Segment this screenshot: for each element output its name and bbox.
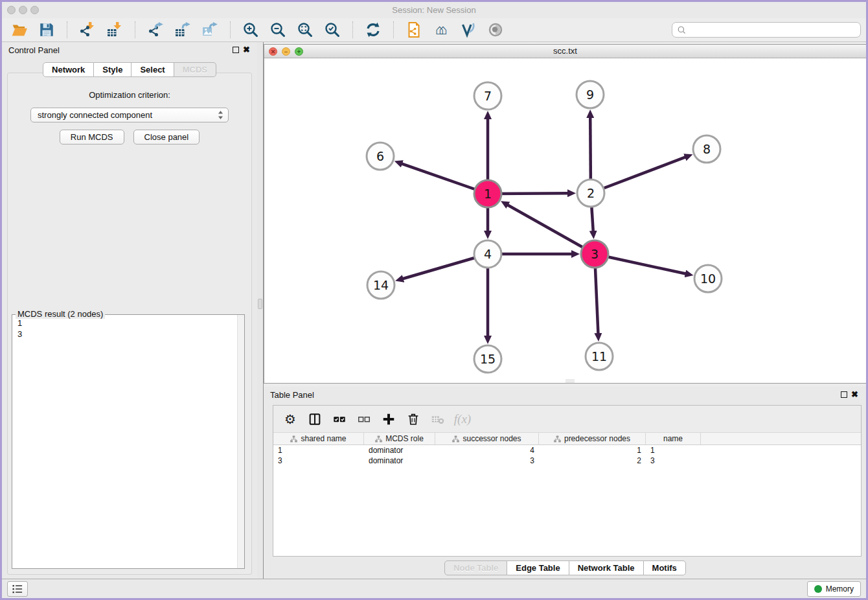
- node-10[interactable]: 10: [694, 265, 722, 292]
- window-title: Session: New Session: [2, 2, 866, 18]
- save-session-icon: [38, 21, 55, 38]
- column-header-predecessor-nodes[interactable]: predecessor nodes: [539, 433, 646, 444]
- network-window: ✕ − + scc.txt 7968124314101511: [264, 44, 867, 384]
- export-network-button[interactable]: [144, 20, 167, 40]
- zoom-fit-button[interactable]: [293, 20, 317, 40]
- divider-grip[interactable]: [258, 299, 262, 309]
- delete-table-button[interactable]: [403, 410, 424, 428]
- open-session-icon: [11, 21, 28, 38]
- column-header-successor-nodes[interactable]: successor nodes: [435, 433, 539, 444]
- node-1[interactable]: 1: [474, 180, 501, 207]
- toolbar-separator: [67, 21, 67, 38]
- memory-button[interactable]: Memory: [807, 581, 861, 597]
- control-panel-header: Control Panel ✖: [2, 42, 257, 59]
- new-network-from-selection-button[interactable]: [402, 20, 426, 40]
- tab-label: Select: [140, 65, 165, 75]
- tab-mcds[interactable]: MCDS: [174, 62, 216, 77]
- node-4[interactable]: 4: [474, 240, 501, 268]
- table-row[interactable]: 3dominator323: [273, 456, 861, 466]
- show-columns-button[interactable]: [304, 410, 325, 428]
- column-header-mcds-role[interactable]: MCDS role: [364, 433, 435, 444]
- minimize-network-button[interactable]: −: [282, 47, 290, 56]
- cell: 1: [273, 445, 364, 456]
- close-window-button[interactable]: [7, 6, 16, 14]
- zoom-in-button[interactable]: [239, 20, 262, 40]
- node-7[interactable]: 7: [474, 82, 501, 110]
- column-header-name[interactable]: name: [646, 433, 701, 444]
- import-network-icon: [79, 21, 96, 38]
- import-table-button[interactable]: [103, 20, 126, 40]
- table-row[interactable]: 1dominator411: [273, 445, 861, 456]
- mcds-result-text[interactable]: 13: [12, 315, 244, 342]
- result-line: 3: [17, 329, 239, 340]
- show-graphics-details-button[interactable]: [484, 20, 507, 40]
- node-table: ⚙f(x) shared nameMCDS rolesuccessor node…: [273, 405, 862, 557]
- zoom-out-button[interactable]: [266, 20, 290, 40]
- tab-motifs[interactable]: Motifs: [644, 560, 686, 575]
- save-session-button[interactable]: [35, 20, 58, 40]
- open-session-button[interactable]: [8, 20, 31, 40]
- cell: 1: [539, 445, 646, 456]
- node-15[interactable]: 15: [474, 345, 501, 373]
- tab-select[interactable]: Select: [131, 62, 174, 77]
- criterion-select[interactable]: strongly connected component: [30, 108, 229, 122]
- result-scrollbar[interactable]: [237, 315, 244, 568]
- node-14[interactable]: 14: [367, 271, 394, 299]
- gear-button[interactable]: ⚙: [280, 410, 301, 428]
- network-window-controls: ✕ − +: [269, 47, 303, 56]
- float-panel-icon[interactable]: [233, 47, 239, 53]
- tab-network[interactable]: Network: [43, 62, 94, 77]
- export-image-button[interactable]: [198, 20, 222, 40]
- home-button[interactable]: ⌂⌂: [429, 20, 453, 40]
- toolbar-separator: [135, 21, 135, 38]
- export-table-button[interactable]: [171, 20, 194, 40]
- panel-divider[interactable]: [257, 42, 264, 579]
- node-2[interactable]: 2: [577, 179, 604, 207]
- canvas-resize-grip[interactable]: [565, 380, 575, 382]
- float-table-panel-icon[interactable]: [841, 391, 847, 398]
- tab-network-table[interactable]: Network Table: [569, 560, 644, 575]
- node-8[interactable]: 8: [693, 135, 720, 163]
- task-history-button[interactable]: [7, 581, 28, 597]
- column-header-filler: [701, 433, 861, 444]
- node-11[interactable]: 11: [586, 343, 613, 370]
- column-label: successor nodes: [463, 434, 521, 443]
- export-network-icon: [147, 21, 164, 38]
- toolbar-separator: [393, 21, 394, 38]
- tab-edge-table[interactable]: Edge Table: [507, 560, 569, 575]
- search-box[interactable]: [672, 22, 861, 38]
- table-tabs: Node TableEdge TableNetwork TableMotifs: [264, 560, 867, 575]
- network-window-titlebar[interactable]: ✕ − + scc.txt: [264, 45, 866, 58]
- close-table-panel-icon[interactable]: ✖: [851, 389, 858, 399]
- zoom-network-button[interactable]: +: [295, 47, 303, 56]
- edge-2-8[interactable]: [591, 157, 685, 193]
- close-panel-icon[interactable]: ✖: [243, 45, 250, 54]
- tab-style[interactable]: Style: [94, 62, 131, 77]
- network-canvas[interactable]: 7968124314101511: [264, 58, 866, 383]
- status-bar: Memory: [2, 579, 866, 598]
- node-3[interactable]: 3: [581, 240, 608, 268]
- tab-node-table[interactable]: Node Table: [444, 560, 507, 575]
- node-label: 14: [373, 278, 389, 292]
- edge-3-1[interactable]: [507, 205, 595, 254]
- node-9[interactable]: 9: [577, 81, 604, 108]
- node-label: 11: [591, 349, 607, 363]
- node-6[interactable]: 6: [367, 143, 394, 170]
- edges-layer: [402, 117, 686, 336]
- minimize-window-button[interactable]: [19, 6, 27, 14]
- maximize-window-button[interactable]: [30, 6, 39, 14]
- column-header-shared-name[interactable]: shared name: [273, 433, 364, 444]
- refresh-button[interactable]: [361, 20, 385, 40]
- close-network-button[interactable]: ✕: [269, 47, 277, 56]
- table-panel: Table Panel ✖ ⚙f(x) shared nameMCDS role…: [264, 387, 867, 579]
- zoom-selected-button[interactable]: [321, 20, 344, 40]
- close-panel-button[interactable]: Close panel: [133, 130, 200, 144]
- search-input[interactable]: [687, 23, 860, 36]
- cell: 3: [273, 456, 364, 466]
- run-mcds-button[interactable]: Run MCDS: [60, 130, 124, 144]
- import-network-button[interactable]: [76, 20, 99, 40]
- vizmapper-button[interactable]: [457, 20, 480, 40]
- select-all-columns-button[interactable]: [329, 410, 350, 428]
- new-column-button[interactable]: [378, 410, 399, 428]
- unselect-all-columns-button[interactable]: [354, 410, 374, 428]
